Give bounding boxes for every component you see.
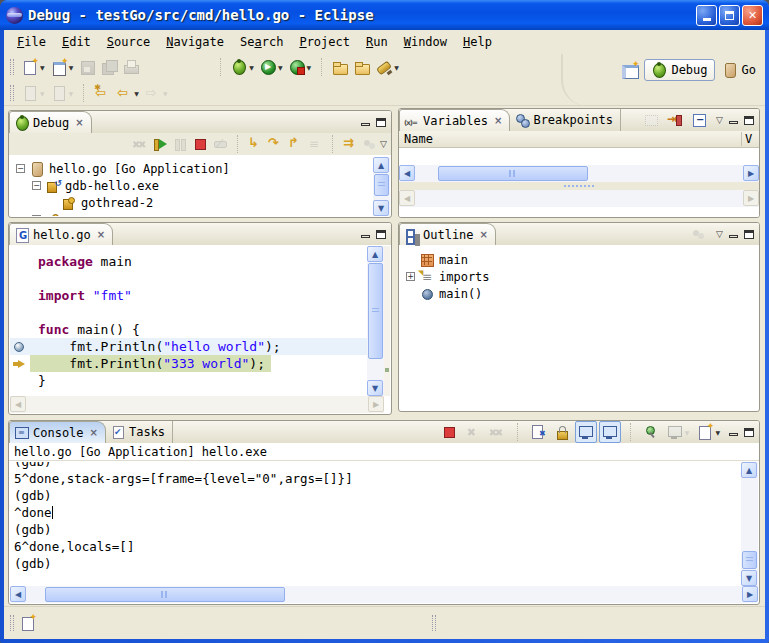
terminate-button[interactable] [190,134,210,154]
last-edit-location-button[interactable] [91,82,113,104]
scroll-right-icon[interactable]: ▶ [743,165,759,181]
detail-pane-sash[interactable] [399,182,759,190]
editor-annotation-ruler[interactable] [10,355,30,372]
dropdown-arrow-icon[interactable]: ▼ [40,64,45,71]
dropdown-arrow-icon[interactable]: ▼ [278,64,283,71]
menu-run[interactable]: Run [359,33,395,51]
maximize-view-button[interactable] [744,428,754,437]
maximize-view-button[interactable] [376,118,386,127]
editor-annotation-ruler[interactable] [10,270,30,287]
open-resource-button[interactable] [351,56,373,78]
tree-item[interactable]: +imports [400,268,758,285]
minimize-button[interactable] [696,5,717,26]
close-tab-icon[interactable]: × [480,229,488,240]
tree-item[interactable]: main [400,251,758,268]
menu-help[interactable]: Help [456,33,499,51]
maximize-view-button[interactable] [376,230,386,239]
tab-outline[interactable]: Outline × [399,223,496,245]
dropdown-arrow-icon[interactable]: ▼ [69,64,74,71]
menu-project[interactable]: Project [292,33,357,51]
variables-detail-pane[interactable] [399,207,759,218]
maximize-view-button[interactable] [744,116,754,125]
scroll-left-icon[interactable]: ◀ [10,586,26,602]
scrollbar-thumb[interactable] [742,551,757,569]
scroll-lock-button[interactable] [551,421,573,443]
editor-annotation-ruler[interactable] [10,321,30,338]
scroll-down-icon[interactable]: ▼ [373,200,389,216]
toolbar-drag-handle[interactable] [10,59,14,75]
minimize-view-button[interactable] [729,235,738,238]
terminate-button[interactable] [438,421,460,443]
step-into-button[interactable] [245,134,265,154]
code-line[interactable]: fmt.Println("hello world"); [10,338,367,355]
resume-button[interactable] [150,134,170,154]
debug-vertical-scrollbar[interactable]: ▲ ▼ [373,157,390,216]
breakpoint-icon[interactable] [14,342,24,352]
editor-annotation-ruler[interactable] [10,287,30,304]
collapse-icon[interactable]: − [16,164,25,173]
menu-edit[interactable]: Edit [55,33,98,51]
code-line[interactable]: package main [10,253,367,270]
tab-tasks[interactable]: Tasks [106,421,173,443]
collapse-icon[interactable]: − [32,181,41,190]
tab-debug[interactable]: Debug × [9,111,92,133]
console-vertical-scrollbar[interactable]: ▲ ▼ [741,462,758,586]
dropdown-arrow-icon[interactable]: ▼ [307,64,312,71]
editor-annotation-ruler[interactable] [10,253,30,270]
status-drag-handle[interactable] [432,615,436,631]
variables-horizontal-scrollbar[interactable]: ◀ ▶ [399,165,759,182]
scroll-up-icon[interactable]: ▲ [367,246,383,262]
variables-table-empty[interactable] [399,148,759,165]
editor-vertical-scrollbar[interactable]: ▲ ▼ [367,246,384,396]
scroll-up-icon[interactable]: ▲ [373,157,389,173]
scrollbar-thumb[interactable] [368,263,383,359]
search-button[interactable]: ▼ [373,56,402,78]
title-bar[interactable]: Debug - testGo/src/cmd/hello.go - Eclips… [0,0,769,30]
tree-item[interactable]: gothread-2 [10,194,369,211]
open-type-button[interactable] [329,56,351,78]
perspective-go-button[interactable]: Go [719,60,759,80]
new-project-button[interactable]: ▼ [48,56,77,78]
open-console-button[interactable]: ▼ [694,421,723,443]
status-drag-handle[interactable] [10,615,14,631]
close-tab-icon[interactable]: × [494,115,502,126]
tab-variables[interactable]: Variables × [399,109,510,131]
column-name-header[interactable]: Name [399,132,741,146]
tree-item[interactable]: −gdb-hello.exe [10,177,369,194]
maximize-button[interactable] [719,5,740,26]
close-tab-icon[interactable]: × [97,229,105,240]
toolbar-drag-handle[interactable] [10,85,14,101]
editor-annotation-ruler[interactable] [10,338,30,355]
fast-view-icon[interactable] [20,615,36,631]
tab-breakpoints[interactable]: Breakpoints [510,109,620,131]
code-editor[interactable]: package mainimport "fmt"func main() { fm… [10,246,367,396]
minimize-view-button[interactable] [361,235,370,238]
step-return-button[interactable] [285,134,305,154]
editor-annotation-ruler[interactable] [10,304,30,321]
open-perspective-button[interactable] [618,59,640,81]
scroll-left-icon[interactable]: ◀ [399,165,415,181]
menu-file[interactable]: File [10,33,53,51]
tree-item[interactable]: −hello.go [Go Application] [10,160,369,177]
scroll-down-icon[interactable]: ▼ [741,570,757,586]
scrollbar-thumb[interactable] [438,166,588,181]
code-line[interactable]: } [10,372,367,389]
menu-search[interactable]: Search [233,33,290,51]
overview-annotation[interactable] [385,368,389,372]
dropdown-arrow-icon[interactable]: ▼ [249,64,254,71]
editor-annotation-ruler[interactable] [10,372,30,389]
step-over-button[interactable] [265,134,285,154]
scroll-down-icon[interactable]: ▼ [367,380,383,396]
scrollbar-thumb[interactable] [45,587,285,602]
run-launch-button[interactable]: ▼ [257,56,286,78]
external-tools-button[interactable]: ▼ [286,56,315,78]
perspective-debug-button[interactable]: Debug [644,59,714,81]
code-line[interactable]: fmt.Println("333 world"); [10,355,367,372]
collapse-icon[interactable]: − [32,215,41,216]
use-step-filters-button[interactable] [340,134,360,154]
new-wizard-button[interactable]: ▼ [19,56,48,78]
pin-console-button[interactable] [640,421,662,443]
dropdown-arrow-icon[interactable]: ▼ [715,429,720,436]
menu-navigate[interactable]: Navigate [159,33,231,51]
close-tab-icon[interactable]: × [75,117,83,128]
